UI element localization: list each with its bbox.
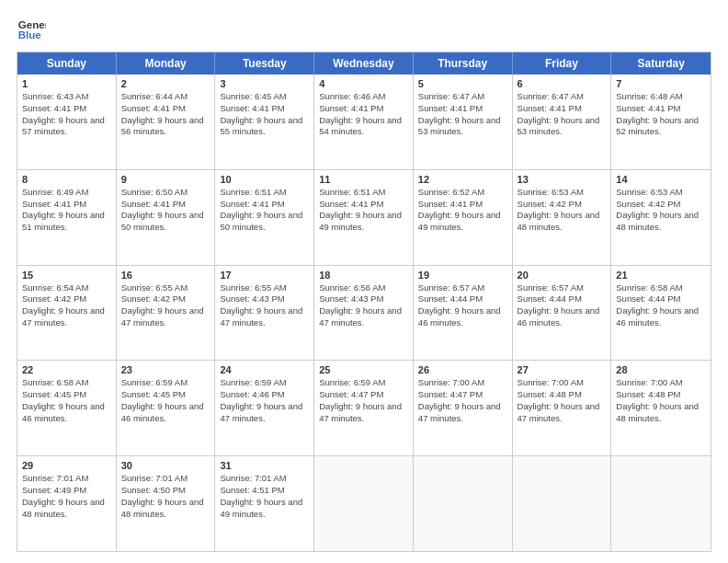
cell-info: Sunrise: 6:51 AM Sunset: 4:41 PM Dayligh… xyxy=(220,187,309,234)
day-number: 31 xyxy=(220,460,309,471)
calendar-cell: 20 Sunrise: 6:57 AM Sunset: 4:44 PM Dayl… xyxy=(513,266,612,361)
calendar-row: 29 Sunrise: 7:01 AM Sunset: 4:49 PM Dayl… xyxy=(17,456,711,551)
cell-info: Sunrise: 6:58 AM Sunset: 4:44 PM Dayligh… xyxy=(616,282,706,329)
calendar-cell: 21 Sunrise: 6:58 AM Sunset: 4:44 PM Dayl… xyxy=(611,266,711,361)
day-number: 3 xyxy=(220,78,309,89)
calendar-cell: 22 Sunrise: 6:58 AM Sunset: 4:45 PM Dayl… xyxy=(17,361,117,455)
cell-info: Sunrise: 6:44 AM Sunset: 4:41 PM Dayligh… xyxy=(121,91,210,138)
calendar-cell: 18 Sunrise: 6:56 AM Sunset: 4:43 PM Dayl… xyxy=(314,266,414,361)
logo: General Blue xyxy=(17,17,50,42)
day-number: 11 xyxy=(319,174,408,185)
calendar-cell xyxy=(314,456,414,551)
cell-info: Sunrise: 6:51 AM Sunset: 4:41 PM Dayligh… xyxy=(319,187,408,234)
day-number: 1 xyxy=(22,78,111,89)
day-number: 23 xyxy=(121,364,210,375)
day-number: 7 xyxy=(616,78,706,89)
calendar-cell: 30 Sunrise: 7:01 AM Sunset: 4:50 PM Dayl… xyxy=(117,456,216,551)
weekday-header: Wednesday xyxy=(314,52,414,75)
calendar-cell: 3 Sunrise: 6:45 AM Sunset: 4:41 PM Dayli… xyxy=(215,75,314,169)
cell-info: Sunrise: 6:59 AM Sunset: 4:45 PM Dayligh… xyxy=(121,377,210,424)
day-number: 25 xyxy=(319,364,408,375)
weekday-header: Friday xyxy=(513,52,612,75)
calendar-cell: 13 Sunrise: 6:53 AM Sunset: 4:42 PM Dayl… xyxy=(513,170,612,265)
calendar-row: 1 Sunrise: 6:43 AM Sunset: 4:41 PM Dayli… xyxy=(17,75,711,170)
day-number: 22 xyxy=(22,364,111,375)
calendar: SundayMondayTuesdayWednesdayThursdayFrid… xyxy=(17,52,711,552)
day-number: 14 xyxy=(616,174,706,185)
svg-text:Blue: Blue xyxy=(18,29,42,40)
calendar-cell: 19 Sunrise: 6:57 AM Sunset: 4:44 PM Dayl… xyxy=(414,266,513,361)
calendar-cell: 6 Sunrise: 6:47 AM Sunset: 4:41 PM Dayli… xyxy=(513,75,612,169)
day-number: 12 xyxy=(418,174,507,185)
cell-info: Sunrise: 6:45 AM Sunset: 4:41 PM Dayligh… xyxy=(220,91,309,138)
day-number: 29 xyxy=(22,460,111,471)
calendar-page: General Blue SundayMondayTuesdayWednesda… xyxy=(0,0,728,563)
calendar-cell: 17 Sunrise: 6:55 AM Sunset: 4:43 PM Dayl… xyxy=(215,266,314,361)
cell-info: Sunrise: 6:47 AM Sunset: 4:41 PM Dayligh… xyxy=(518,91,607,138)
calendar-cell: 12 Sunrise: 6:52 AM Sunset: 4:41 PM Dayl… xyxy=(414,170,513,265)
calendar-cell: 2 Sunrise: 6:44 AM Sunset: 4:41 PM Dayli… xyxy=(117,75,216,169)
weekday-header: Sunday xyxy=(17,52,117,75)
day-number: 21 xyxy=(616,270,706,281)
calendar-row: 22 Sunrise: 6:58 AM Sunset: 4:45 PM Dayl… xyxy=(17,361,711,456)
calendar-cell: 5 Sunrise: 6:47 AM Sunset: 4:41 PM Dayli… xyxy=(414,75,513,169)
calendar-cell: 7 Sunrise: 6:48 AM Sunset: 4:41 PM Dayli… xyxy=(611,75,711,169)
cell-info: Sunrise: 6:50 AM Sunset: 4:41 PM Dayligh… xyxy=(121,187,210,234)
day-number: 15 xyxy=(22,270,111,281)
calendar-cell: 16 Sunrise: 6:55 AM Sunset: 4:42 PM Dayl… xyxy=(117,266,216,361)
calendar-cell: 23 Sunrise: 6:59 AM Sunset: 4:45 PM Dayl… xyxy=(117,361,216,455)
cell-info: Sunrise: 6:46 AM Sunset: 4:41 PM Dayligh… xyxy=(319,91,408,138)
cell-info: Sunrise: 6:48 AM Sunset: 4:41 PM Dayligh… xyxy=(616,91,706,138)
calendar-cell: 27 Sunrise: 7:00 AM Sunset: 4:48 PM Dayl… xyxy=(513,361,612,455)
day-number: 2 xyxy=(121,78,210,89)
calendar-cell xyxy=(414,456,513,551)
calendar-cell: 10 Sunrise: 6:51 AM Sunset: 4:41 PM Dayl… xyxy=(215,170,314,265)
cell-info: Sunrise: 6:59 AM Sunset: 4:47 PM Dayligh… xyxy=(319,377,408,424)
calendar-cell: 25 Sunrise: 6:59 AM Sunset: 4:47 PM Dayl… xyxy=(314,361,414,455)
cell-info: Sunrise: 6:56 AM Sunset: 4:43 PM Dayligh… xyxy=(319,282,408,329)
page-header: General Blue xyxy=(17,17,711,42)
calendar-cell: 31 Sunrise: 7:01 AM Sunset: 4:51 PM Dayl… xyxy=(215,456,314,551)
calendar-cell: 26 Sunrise: 7:00 AM Sunset: 4:47 PM Dayl… xyxy=(414,361,513,455)
cell-info: Sunrise: 6:57 AM Sunset: 4:44 PM Dayligh… xyxy=(518,282,607,329)
cell-info: Sunrise: 7:00 AM Sunset: 4:48 PM Dayligh… xyxy=(616,377,706,424)
calendar-cell: 15 Sunrise: 6:54 AM Sunset: 4:42 PM Dayl… xyxy=(17,266,117,361)
day-number: 9 xyxy=(121,174,210,185)
weekday-header: Monday xyxy=(117,52,216,75)
calendar-cell: 9 Sunrise: 6:50 AM Sunset: 4:41 PM Dayli… xyxy=(117,170,216,265)
weekday-header: Tuesday xyxy=(215,52,314,75)
cell-info: Sunrise: 6:47 AM Sunset: 4:41 PM Dayligh… xyxy=(418,91,507,138)
cell-info: Sunrise: 6:58 AM Sunset: 4:45 PM Dayligh… xyxy=(22,377,111,424)
day-number: 18 xyxy=(319,270,408,281)
cell-info: Sunrise: 7:01 AM Sunset: 4:50 PM Dayligh… xyxy=(121,473,210,520)
day-number: 6 xyxy=(518,78,607,89)
calendar-row: 8 Sunrise: 6:49 AM Sunset: 4:41 PM Dayli… xyxy=(17,170,711,266)
cell-info: Sunrise: 7:01 AM Sunset: 4:51 PM Dayligh… xyxy=(220,473,309,520)
calendar-cell: 4 Sunrise: 6:46 AM Sunset: 4:41 PM Dayli… xyxy=(314,75,414,169)
cell-info: Sunrise: 6:55 AM Sunset: 4:43 PM Dayligh… xyxy=(220,282,309,329)
cell-info: Sunrise: 6:53 AM Sunset: 4:42 PM Dayligh… xyxy=(616,187,706,234)
cell-info: Sunrise: 6:55 AM Sunset: 4:42 PM Dayligh… xyxy=(121,282,210,329)
calendar-cell: 24 Sunrise: 6:59 AM Sunset: 4:46 PM Dayl… xyxy=(215,361,314,455)
calendar-row: 15 Sunrise: 6:54 AM Sunset: 4:42 PM Dayl… xyxy=(17,266,711,362)
cell-info: Sunrise: 6:53 AM Sunset: 4:42 PM Dayligh… xyxy=(518,187,607,234)
calendar-cell: 14 Sunrise: 6:53 AM Sunset: 4:42 PM Dayl… xyxy=(611,170,711,265)
day-number: 8 xyxy=(22,174,111,185)
calendar-header: SundayMondayTuesdayWednesdayThursdayFrid… xyxy=(17,52,711,75)
day-number: 24 xyxy=(220,364,309,375)
cell-info: Sunrise: 6:49 AM Sunset: 4:41 PM Dayligh… xyxy=(22,187,111,234)
calendar-body: 1 Sunrise: 6:43 AM Sunset: 4:41 PM Dayli… xyxy=(17,75,711,551)
calendar-cell xyxy=(611,456,711,551)
cell-info: Sunrise: 6:52 AM Sunset: 4:41 PM Dayligh… xyxy=(418,187,507,234)
cell-info: Sunrise: 6:59 AM Sunset: 4:46 PM Dayligh… xyxy=(220,377,309,424)
day-number: 10 xyxy=(220,174,309,185)
cell-info: Sunrise: 6:54 AM Sunset: 4:42 PM Dayligh… xyxy=(22,282,111,329)
weekday-header: Saturday xyxy=(611,52,711,75)
cell-info: Sunrise: 6:57 AM Sunset: 4:44 PM Dayligh… xyxy=(418,282,507,329)
day-number: 16 xyxy=(121,270,210,281)
cell-info: Sunrise: 7:01 AM Sunset: 4:49 PM Dayligh… xyxy=(22,473,111,520)
calendar-cell: 29 Sunrise: 7:01 AM Sunset: 4:49 PM Dayl… xyxy=(17,456,117,551)
cell-info: Sunrise: 7:00 AM Sunset: 4:47 PM Dayligh… xyxy=(418,377,507,424)
day-number: 27 xyxy=(518,364,607,375)
cell-info: Sunrise: 6:43 AM Sunset: 4:41 PM Dayligh… xyxy=(22,91,111,138)
